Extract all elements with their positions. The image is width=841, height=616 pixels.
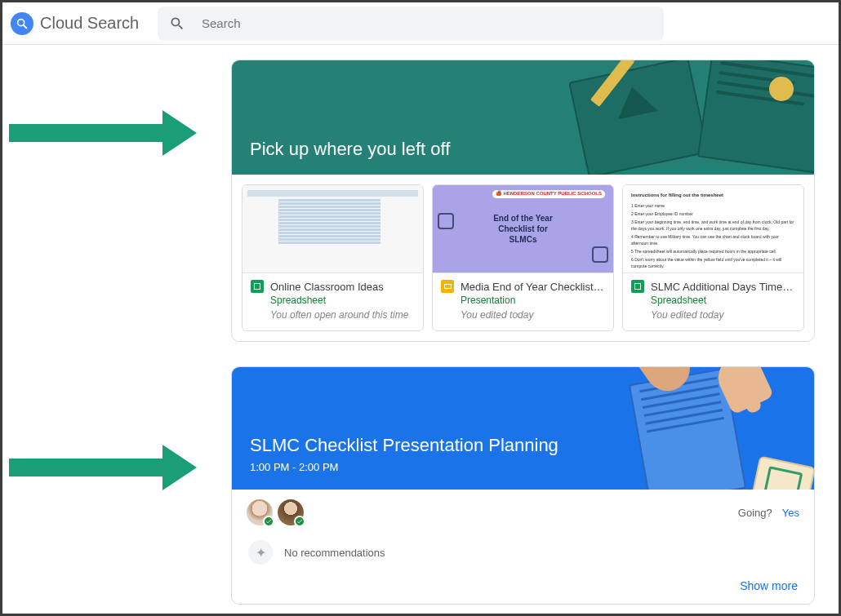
doc-activity: You edited today <box>461 309 605 321</box>
app-header: Cloud Search <box>2 2 839 45</box>
doc-type: Spreadsheet <box>651 295 795 306</box>
product-logo[interactable]: Cloud Search <box>11 12 158 35</box>
accepted-check-icon <box>294 516 305 527</box>
doc-card[interactable]: 🍎 HENDERSON COUNTY PUBLIC SCHOOLS End of… <box>432 184 614 331</box>
attendee[interactable] <box>278 499 304 525</box>
svg-line-1 <box>24 24 27 28</box>
doc-title: SLMC Additional Days Timesh… <box>651 281 795 293</box>
doc-activity: You edited today <box>651 309 795 321</box>
doc-thumbnail: 🍎 HENDERSON COUNTY PUBLIC SCHOOLS End of… <box>433 185 613 273</box>
sheets-icon <box>631 280 644 293</box>
doc-title: Media End of Year Checklist P… <box>461 281 605 293</box>
slide-badge: 🍎 HENDERSON COUNTY PUBLIC SCHOOLS <box>492 190 605 198</box>
rsvp-yes-button[interactable]: Yes <box>782 507 799 519</box>
pickup-illustration <box>528 60 814 175</box>
doc-card[interactable]: Instructions for filling out the timeshe… <box>622 184 804 331</box>
no-recommendations-text: No recommendations <box>284 547 385 559</box>
doc-activity: You often open around this time <box>270 309 415 321</box>
doc-card[interactable]: Online Classroom Ideas Spreadsheet You o… <box>242 184 424 331</box>
rsvp-row: Going? Yes <box>738 507 799 519</box>
going-label: Going? <box>738 507 772 519</box>
show-more-button[interactable]: Show more <box>247 576 799 596</box>
attendee-avatars <box>247 499 304 525</box>
event-time: 1:00 PM - 2:00 PM <box>250 461 796 473</box>
product-name: Cloud Search <box>40 14 139 33</box>
doc-type: Presentation <box>461 295 605 306</box>
event-title: SLMC Checklist Presentation Planning <box>250 435 796 456</box>
event-header: SLMC Checklist Presentation Planning 1:0… <box>232 367 814 490</box>
event-card: SLMC Checklist Presentation Planning 1:0… <box>231 366 815 605</box>
accepted-check-icon <box>263 516 274 527</box>
main-content: Pick up where you left off Online Classr… <box>2 45 839 605</box>
recommendations-row: ✦ No recommendations <box>247 540 799 565</box>
sparkle-icon: ✦ <box>248 540 273 565</box>
pickup-title: Pick up where you left off <box>250 139 450 160</box>
cloud-search-icon <box>11 12 33 35</box>
search-input[interactable] <box>202 16 652 30</box>
pickup-header: Pick up where you left off <box>232 60 814 175</box>
search-icon <box>169 16 185 32</box>
attendee[interactable] <box>247 499 273 525</box>
search-bar[interactable] <box>158 7 664 41</box>
sheets-icon <box>251 280 264 293</box>
slides-icon <box>441 280 454 293</box>
doc-type: Spreadsheet <box>270 295 415 306</box>
doc-thumbnail <box>243 185 423 273</box>
docs-row: Online Classroom Ideas Spreadsheet You o… <box>232 175 814 341</box>
doc-thumbnail: Instructions for filling out the timeshe… <box>623 185 803 273</box>
pickup-card: Pick up where you left off Online Classr… <box>231 60 815 342</box>
doc-title: Online Classroom Ideas <box>270 281 415 293</box>
